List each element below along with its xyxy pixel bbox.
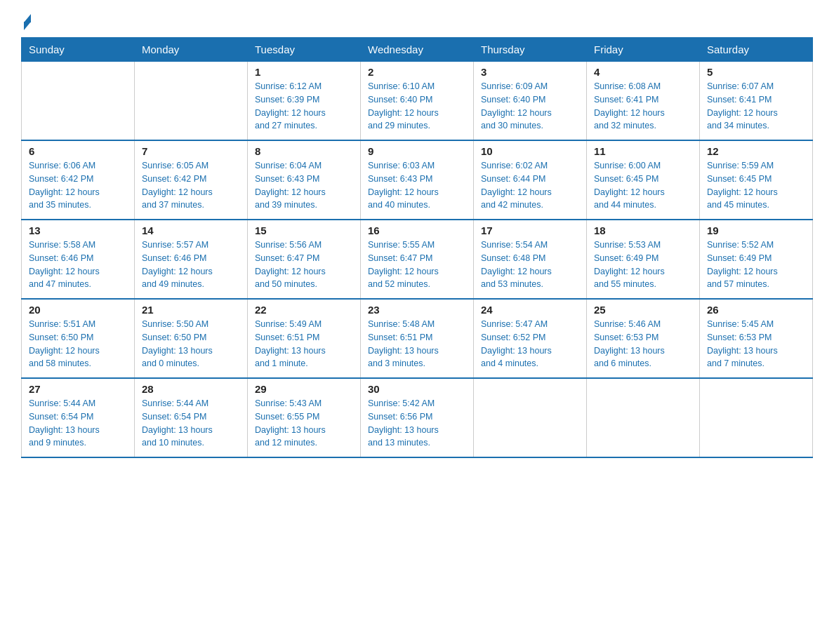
day-number: 12 bbox=[707, 145, 805, 157]
day-info: Sunrise: 6:04 AM Sunset: 6:43 PM Dayligh… bbox=[255, 159, 353, 212]
day-info: Sunrise: 6:09 AM Sunset: 6:40 PM Dayligh… bbox=[481, 80, 579, 133]
day-number: 27 bbox=[29, 383, 127, 395]
calendar-week-row: 6Sunrise: 6:06 AM Sunset: 6:42 PM Daylig… bbox=[22, 140, 813, 220]
logo bbox=[21, 14, 31, 30]
day-info: Sunrise: 5:47 AM Sunset: 6:52 PM Dayligh… bbox=[481, 318, 579, 370]
calendar-cell: 28Sunrise: 5:44 AM Sunset: 6:54 PM Dayli… bbox=[135, 378, 248, 457]
weekday-header: Thursday bbox=[474, 38, 587, 62]
day-info: Sunrise: 5:44 AM Sunset: 6:54 PM Dayligh… bbox=[29, 397, 127, 450]
calendar-cell: 16Sunrise: 5:55 AM Sunset: 6:47 PM Dayli… bbox=[361, 220, 474, 299]
day-info: Sunrise: 6:06 AM Sunset: 6:42 PM Dayligh… bbox=[29, 159, 127, 212]
day-info: Sunrise: 6:03 AM Sunset: 6:43 PM Dayligh… bbox=[368, 159, 466, 212]
weekday-header: Monday bbox=[135, 38, 248, 62]
day-number: 13 bbox=[29, 224, 127, 236]
weekday-header: Friday bbox=[587, 38, 700, 62]
day-number: 20 bbox=[29, 304, 127, 316]
calendar-cell: 26Sunrise: 5:45 AM Sunset: 6:53 PM Dayli… bbox=[700, 299, 813, 378]
calendar-cell bbox=[587, 378, 700, 457]
day-info: Sunrise: 5:57 AM Sunset: 6:46 PM Dayligh… bbox=[142, 239, 240, 291]
calendar-cell: 15Sunrise: 5:56 AM Sunset: 6:47 PM Dayli… bbox=[248, 220, 361, 299]
day-info: Sunrise: 5:59 AM Sunset: 6:45 PM Dayligh… bbox=[707, 159, 805, 212]
calendar-cell: 11Sunrise: 6:00 AM Sunset: 6:45 PM Dayli… bbox=[587, 140, 700, 220]
day-info: Sunrise: 5:53 AM Sunset: 6:49 PM Dayligh… bbox=[594, 239, 692, 291]
day-info: Sunrise: 5:44 AM Sunset: 6:54 PM Dayligh… bbox=[142, 397, 240, 450]
calendar-cell: 9Sunrise: 6:03 AM Sunset: 6:43 PM Daylig… bbox=[361, 140, 474, 220]
calendar-header-row: SundayMondayTuesdayWednesdayThursdayFrid… bbox=[22, 38, 813, 62]
calendar-cell bbox=[22, 62, 135, 141]
calendar-cell: 29Sunrise: 5:43 AM Sunset: 6:55 PM Dayli… bbox=[248, 378, 361, 457]
day-info: Sunrise: 5:56 AM Sunset: 6:47 PM Dayligh… bbox=[255, 239, 353, 291]
weekday-header: Saturday bbox=[700, 38, 813, 62]
calendar-cell bbox=[135, 62, 248, 141]
calendar-cell: 19Sunrise: 5:52 AM Sunset: 6:49 PM Dayli… bbox=[700, 220, 813, 299]
weekday-header: Tuesday bbox=[248, 38, 361, 62]
day-number: 10 bbox=[481, 145, 579, 157]
day-number: 6 bbox=[29, 145, 127, 157]
day-info: Sunrise: 6:08 AM Sunset: 6:41 PM Dayligh… bbox=[594, 80, 692, 133]
calendar-cell: 13Sunrise: 5:58 AM Sunset: 6:46 PM Dayli… bbox=[22, 220, 135, 299]
calendar-cell: 6Sunrise: 6:06 AM Sunset: 6:42 PM Daylig… bbox=[22, 140, 135, 220]
weekday-header: Wednesday bbox=[361, 38, 474, 62]
calendar-week-row: 1Sunrise: 6:12 AM Sunset: 6:39 PM Daylig… bbox=[22, 62, 813, 141]
calendar-cell: 23Sunrise: 5:48 AM Sunset: 6:51 PM Dayli… bbox=[361, 299, 474, 378]
day-info: Sunrise: 6:00 AM Sunset: 6:45 PM Dayligh… bbox=[594, 159, 692, 212]
calendar-week-row: 27Sunrise: 5:44 AM Sunset: 6:54 PM Dayli… bbox=[22, 378, 813, 457]
day-number: 14 bbox=[142, 224, 240, 236]
day-number: 29 bbox=[255, 383, 353, 395]
day-number: 2 bbox=[368, 66, 466, 78]
calendar-cell bbox=[474, 378, 587, 457]
calendar-cell bbox=[700, 378, 813, 457]
calendar-cell: 4Sunrise: 6:08 AM Sunset: 6:41 PM Daylig… bbox=[587, 62, 700, 141]
calendar-cell: 14Sunrise: 5:57 AM Sunset: 6:46 PM Dayli… bbox=[135, 220, 248, 299]
calendar-cell: 12Sunrise: 5:59 AM Sunset: 6:45 PM Dayli… bbox=[700, 140, 813, 220]
page-header bbox=[21, 14, 813, 30]
day-info: Sunrise: 5:45 AM Sunset: 6:53 PM Dayligh… bbox=[707, 318, 805, 370]
day-number: 7 bbox=[142, 145, 240, 157]
day-number: 4 bbox=[594, 66, 692, 78]
day-info: Sunrise: 5:43 AM Sunset: 6:55 PM Dayligh… bbox=[255, 397, 353, 450]
calendar-week-row: 13Sunrise: 5:58 AM Sunset: 6:46 PM Dayli… bbox=[22, 220, 813, 299]
calendar-table: SundayMondayTuesdayWednesdayThursdayFrid… bbox=[21, 37, 813, 458]
weekday-header: Sunday bbox=[22, 38, 135, 62]
day-info: Sunrise: 6:05 AM Sunset: 6:42 PM Dayligh… bbox=[142, 159, 240, 212]
calendar-cell: 30Sunrise: 5:42 AM Sunset: 6:56 PM Dayli… bbox=[361, 378, 474, 457]
day-number: 26 bbox=[707, 304, 805, 316]
calendar-cell: 3Sunrise: 6:09 AM Sunset: 6:40 PM Daylig… bbox=[474, 62, 587, 141]
day-info: Sunrise: 6:12 AM Sunset: 6:39 PM Dayligh… bbox=[255, 80, 353, 133]
day-info: Sunrise: 5:58 AM Sunset: 6:46 PM Dayligh… bbox=[29, 239, 127, 291]
calendar-cell: 5Sunrise: 6:07 AM Sunset: 6:41 PM Daylig… bbox=[700, 62, 813, 141]
day-info: Sunrise: 5:49 AM Sunset: 6:51 PM Dayligh… bbox=[255, 318, 353, 370]
day-number: 28 bbox=[142, 383, 240, 395]
calendar-cell: 7Sunrise: 6:05 AM Sunset: 6:42 PM Daylig… bbox=[135, 140, 248, 220]
calendar-cell: 8Sunrise: 6:04 AM Sunset: 6:43 PM Daylig… bbox=[248, 140, 361, 220]
day-number: 9 bbox=[368, 145, 466, 157]
day-number: 30 bbox=[368, 383, 466, 395]
day-number: 11 bbox=[594, 145, 692, 157]
day-number: 5 bbox=[707, 66, 805, 78]
day-number: 3 bbox=[481, 66, 579, 78]
day-info: Sunrise: 5:55 AM Sunset: 6:47 PM Dayligh… bbox=[368, 239, 466, 291]
calendar-cell: 27Sunrise: 5:44 AM Sunset: 6:54 PM Dayli… bbox=[22, 378, 135, 457]
calendar-cell: 21Sunrise: 5:50 AM Sunset: 6:50 PM Dayli… bbox=[135, 299, 248, 378]
day-info: Sunrise: 6:07 AM Sunset: 6:41 PM Dayligh… bbox=[707, 80, 805, 133]
day-number: 17 bbox=[481, 224, 579, 236]
calendar-cell: 1Sunrise: 6:12 AM Sunset: 6:39 PM Daylig… bbox=[248, 62, 361, 141]
day-number: 18 bbox=[594, 224, 692, 236]
calendar-cell: 2Sunrise: 6:10 AM Sunset: 6:40 PM Daylig… bbox=[361, 62, 474, 141]
calendar-cell: 20Sunrise: 5:51 AM Sunset: 6:50 PM Dayli… bbox=[22, 299, 135, 378]
day-info: Sunrise: 5:52 AM Sunset: 6:49 PM Dayligh… bbox=[707, 239, 805, 291]
calendar-week-row: 20Sunrise: 5:51 AM Sunset: 6:50 PM Dayli… bbox=[22, 299, 813, 378]
day-number: 25 bbox=[594, 304, 692, 316]
calendar-cell: 22Sunrise: 5:49 AM Sunset: 6:51 PM Dayli… bbox=[248, 299, 361, 378]
day-number: 23 bbox=[368, 304, 466, 316]
day-info: Sunrise: 5:50 AM Sunset: 6:50 PM Dayligh… bbox=[142, 318, 240, 370]
day-info: Sunrise: 5:46 AM Sunset: 6:53 PM Dayligh… bbox=[594, 318, 692, 370]
calendar-cell: 17Sunrise: 5:54 AM Sunset: 6:48 PM Dayli… bbox=[474, 220, 587, 299]
day-info: Sunrise: 6:02 AM Sunset: 6:44 PM Dayligh… bbox=[481, 159, 579, 212]
calendar-cell: 18Sunrise: 5:53 AM Sunset: 6:49 PM Dayli… bbox=[587, 220, 700, 299]
calendar-cell: 25Sunrise: 5:46 AM Sunset: 6:53 PM Dayli… bbox=[587, 299, 700, 378]
day-info: Sunrise: 5:51 AM Sunset: 6:50 PM Dayligh… bbox=[29, 318, 127, 370]
day-info: Sunrise: 5:48 AM Sunset: 6:51 PM Dayligh… bbox=[368, 318, 466, 370]
day-info: Sunrise: 5:54 AM Sunset: 6:48 PM Dayligh… bbox=[481, 239, 579, 291]
calendar-cell: 24Sunrise: 5:47 AM Sunset: 6:52 PM Dayli… bbox=[474, 299, 587, 378]
